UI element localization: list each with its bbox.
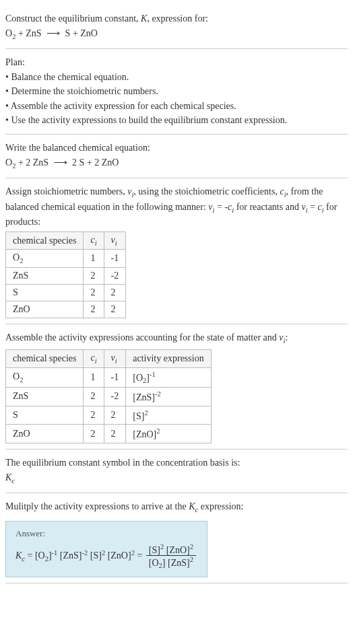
kc-symbol-section: The equilibrium constant symbol in the c… bbox=[5, 450, 348, 493]
table-row: ZnS 2 -2 [ZnS]-2 bbox=[6, 388, 212, 406]
cell-activity: [ZnO]2 bbox=[126, 425, 211, 443]
fraction: [S]2 [ZnO]2 [O2] [ZnS]2 bbox=[146, 543, 196, 570]
cell-species: O2 bbox=[6, 250, 84, 268]
intro-section: Construct the equilibrium constant, K, e… bbox=[5, 5, 348, 49]
balanced-heading: Write the balanced chemical equation: bbox=[5, 141, 348, 155]
cell-nui: 2 bbox=[104, 285, 126, 301]
answer-box: Answer: Kc = [O2]-1 [ZnS]-2 [S]2 [ZnO]2 … bbox=[5, 521, 207, 577]
cell-ci: 2 bbox=[84, 406, 104, 425]
col-species: chemical species bbox=[6, 349, 84, 367]
cell-activity: [ZnS]-2 bbox=[126, 388, 211, 406]
plan-item: • Assemble the activity expression for e… bbox=[5, 100, 348, 113]
cell-ci: 2 bbox=[84, 388, 104, 406]
plan-heading: Plan: bbox=[5, 56, 348, 69]
cell-nui: 2 bbox=[104, 425, 126, 443]
stoich-table: chemical species ci νi O2 1 -1 ZnS 2 -2 … bbox=[5, 231, 126, 319]
cell-ci: 2 bbox=[84, 425, 104, 443]
cell-species: O2 bbox=[6, 367, 84, 387]
cell-species: S bbox=[6, 285, 84, 301]
plan-item: • Use the activity expressions to build … bbox=[5, 114, 348, 127]
cell-ci: 2 bbox=[84, 268, 104, 285]
plan-section: Plan: • Balance the chemical equation. •… bbox=[5, 49, 348, 135]
col-activity: activity expression bbox=[126, 349, 211, 367]
col-nui: νi bbox=[104, 349, 126, 367]
cell-activity: [O2]-1 bbox=[126, 367, 211, 387]
col-nui: νi bbox=[104, 231, 126, 250]
col-ci: ci bbox=[84, 231, 104, 250]
cell-nui: -1 bbox=[104, 250, 126, 268]
activity-table: chemical species ci νi activity expressi… bbox=[5, 349, 212, 443]
activity-section: Assemble the activity expressions accoun… bbox=[5, 324, 348, 450]
stoich-section: Assign stoichiometric numbers, νi, using… bbox=[5, 178, 348, 324]
table-row: ZnO 2 2 bbox=[6, 301, 126, 318]
fraction-den: [O2] [ZnS]2 bbox=[146, 556, 196, 569]
cell-ci: 1 bbox=[84, 367, 104, 387]
cell-nui: 2 bbox=[104, 406, 126, 425]
cell-species: ZnS bbox=[6, 388, 84, 406]
final-section: Mulitply the activity expressions to arr… bbox=[5, 493, 348, 583]
table-row: S 2 2 [S]2 bbox=[6, 406, 212, 425]
activity-heading: Assemble the activity expressions accoun… bbox=[5, 331, 348, 346]
final-heading: Mulitply the activity expressions to arr… bbox=[5, 500, 348, 515]
plan-item: • Balance the chemical equation. bbox=[5, 71, 348, 84]
kc-symbol: Kc bbox=[5, 471, 348, 486]
table-row: O2 1 -1 [O2]-1 bbox=[6, 367, 212, 387]
col-ci: ci bbox=[84, 349, 104, 367]
cell-species: S bbox=[6, 406, 84, 425]
cell-species: ZnO bbox=[6, 425, 84, 443]
cell-activity: [S]2 bbox=[126, 406, 211, 425]
cell-nui: -2 bbox=[104, 268, 126, 285]
balanced-equation: O2 + 2 ZnS ⟶ 2 S + 2 ZnO bbox=[5, 156, 348, 171]
table-header-row: chemical species ci νi activity expressi… bbox=[6, 349, 212, 367]
cell-nui: -1 bbox=[104, 367, 126, 387]
plan-item: • Determine the stoichiometric numbers. bbox=[5, 85, 348, 98]
intro-line: Construct the equilibrium constant, K, e… bbox=[5, 12, 348, 26]
answer-label: Answer: bbox=[15, 528, 197, 539]
cell-nui: -2 bbox=[104, 388, 126, 406]
table-row: O2 1 -1 bbox=[6, 250, 126, 268]
cell-nui: 2 bbox=[104, 301, 126, 318]
cell-species: ZnO bbox=[6, 301, 84, 318]
stoich-text: Assign stoichiometric numbers, νi, using… bbox=[5, 185, 348, 229]
table-row: ZnO 2 2 [ZnO]2 bbox=[6, 425, 212, 443]
table-header-row: chemical species ci νi bbox=[6, 231, 126, 250]
cell-species: ZnS bbox=[6, 268, 84, 285]
cell-ci: 2 bbox=[84, 301, 104, 318]
balanced-section: Write the balanced chemical equation: O2… bbox=[5, 135, 348, 178]
intro-equation: O2 + ZnS ⟶ S + ZnO bbox=[5, 27, 348, 42]
cell-ci: 1 bbox=[84, 250, 104, 268]
table-row: S 2 2 bbox=[6, 285, 126, 301]
table-row: ZnS 2 -2 bbox=[6, 268, 126, 285]
cell-ci: 2 bbox=[84, 285, 104, 301]
fraction-num: [S]2 [ZnO]2 bbox=[146, 543, 196, 557]
kc-line1: The equilibrium constant symbol in the c… bbox=[5, 456, 348, 470]
answer-expression: Kc = [O2]-1 [ZnS]-2 [S]2 [ZnO]2 = [S]2 [… bbox=[15, 543, 197, 570]
col-species: chemical species bbox=[6, 231, 84, 250]
